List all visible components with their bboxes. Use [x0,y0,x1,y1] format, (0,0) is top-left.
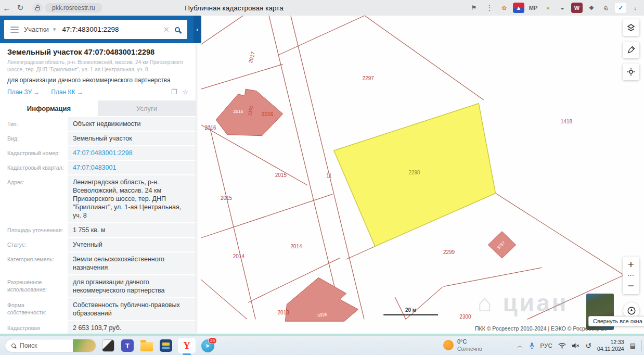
speaker-muted-icon[interactable] [572,343,579,349]
field-value[interactable]: 47:07:0483001 [68,161,196,174]
extension-pet-icon[interactable]: ♘ [600,3,612,13]
parcel-boundary [496,193,624,275]
center-map-button[interactable] [623,64,639,80]
taskbar-telegram[interactable]: ➤29 [200,338,215,353]
map-label: 11 [326,173,332,179]
field-label: Вид: [0,132,68,145]
taskbar-app-dark[interactable] [101,338,115,353]
favorite-star-icon[interactable]: ☆ [182,88,188,96]
field-row: Площадь уточненная:1 755 кв. м [0,223,196,237]
field-label: Адрес: [0,175,68,222]
reload-button[interactable]: ↻ [14,3,27,12]
layers-icon [626,23,636,32]
browser-menu-icon[interactable]: ⋮ [483,3,496,12]
taskbar: Поиск T Y ➤29 0°C Солнечно ︿ РУС ↺ 12:33… [0,336,644,355]
tab-1[interactable]: Услуги [98,100,196,116]
field-label: Форма собственности: [0,298,68,320]
bookmark-icon[interactable]: ⚑ [467,4,481,11]
field-row: Кадастровая стоимость:2 653 103,7 руб. [0,321,196,334]
language-indicator[interactable]: РУС [540,343,553,349]
field-value: Собственность публично-правовых образова… [68,298,196,320]
url-chip[interactable]: pkk.rosreestr.ru [45,3,102,12]
taskbar-yandex-browser[interactable]: Y [178,338,196,353]
search-input[interactable]: 47:7:483001:2298 [62,26,158,33]
sync-icon[interactable]: ↺ [585,341,591,350]
extensions-puzzle-icon[interactable]: ❖ [586,3,597,13]
parcel-title: Земельный участок 47:07:0483001:2298 [7,48,188,56]
usage-note: для организации дачного некоммерческого … [7,77,188,84]
clock: 12:33 04.11.2024 [597,339,624,352]
menu-hamburger-icon[interactable] [10,25,19,34]
field-row: Кадастровый номер:47:07:0483001:2298 [0,146,196,160]
field-label: Кадастровый номер: [0,146,68,160]
taskbar-teams[interactable]: T [120,338,135,353]
extension-green-icon[interactable]: » [542,3,553,13]
measure-button[interactable] [623,42,639,58]
extension-doc-check-icon[interactable]: ✓ [615,3,626,13]
clear-search-icon[interactable]: ✕ [163,25,170,34]
field-rows: Тип:Объект недвижимостиВид:Земельный уча… [0,116,196,334]
field-row: Статус:Учтенный [0,238,196,251]
taskbar-portfolio[interactable] [159,338,173,353]
map-label: 2013 [278,310,290,315]
tab-0[interactable]: Информация [0,100,98,116]
parcel-boundary [395,297,406,319]
extension-mp-icon[interactable]: MP [527,3,539,13]
plan-links: План ЗУ →План КК →❐☆ [7,88,188,96]
field-label: Разрешенное использование: [0,275,68,297]
extension-w-icon[interactable]: W [571,3,583,13]
search-category-dropdown[interactable]: Участки [24,26,49,33]
tray-time[interactable]: 12:33 [597,339,624,346]
field-value: Земли сельскохозяйственного назначения [68,252,196,274]
plan-link-1[interactable]: План КК → [51,88,83,96]
extension-bowl-icon[interactable]: ◒ [557,3,568,13]
field-value[interactable]: 47:07:0483001:2298 [68,146,196,160]
map-label: 1418 [561,119,573,124]
field-label: Кадастровый квартал: [0,161,68,174]
minimize-windows-tooltip: Свернуть все окна [588,316,644,326]
browser-toolbar: ← ↻ pkk.rosreestr.ru Публичная кадастров… [0,0,644,16]
search-button[interactable] [175,27,180,32]
chevron-down-icon[interactable]: ▼ [52,27,57,32]
field-row: Категория земель:Земли сельскохозяйствен… [0,252,196,274]
parcel-address-subtitle: Ленинградская область, р-н. Всеволожский… [7,59,188,73]
taskbar-explorer[interactable] [139,338,154,353]
field-label: Кадастровая стоимость: [0,321,68,334]
header-icons: ❐☆ [171,88,188,96]
map-label: 2300 [459,314,471,320]
notification-center-icon[interactable]: ▤ [630,342,636,349]
extension-avatar-icon[interactable]: ✿ [498,3,510,13]
extension-shield-icon[interactable]: ▲ [513,3,524,13]
zoom-out-button[interactable]: − [623,280,639,294]
map-label: 2298 [408,170,420,175]
wifi-icon[interactable] [558,343,566,349]
parcel-boundary [444,268,542,286]
zoom-in-button[interactable]: + [623,257,639,271]
weather-condition: Солнечно [457,346,482,352]
back-button[interactable]: ← [0,4,14,12]
taskbar-search[interactable]: Поиск [5,339,96,352]
notification-badge: 29 [208,337,217,344]
microphone-icon[interactable] [529,342,535,349]
map-label: 2516 [233,109,243,114]
weather-widget[interactable]: 0°C Солнечно [443,338,482,352]
tray-date[interactable]: 04.11.2024 [597,346,624,352]
preview-icon[interactable]: ❐ [171,88,177,96]
map-label: 2297 [363,75,375,81]
layers-button[interactable] [623,19,639,36]
field-label: Площадь уточненная: [0,223,68,237]
search-field[interactable]: Участки ▼ 47:7:483001:2298 ✕ [4,20,187,39]
parcel-info-panel: Земельный участок 47:07:0483001:2298 Лен… [0,43,196,334]
zoom-levels-button[interactable]: ⋯ [623,271,639,280]
field-row: Разрешенное использование:для организаци… [0,275,196,297]
collapse-panel-button[interactable]: ‹ [194,16,201,43]
tray-expand-chevron[interactable]: ︿ [517,341,523,350]
plan-link-0[interactable]: План ЗУ → [7,88,40,96]
watermark: ⌂ циан [478,289,569,317]
field-row: Кадастровый квартал:47:07:0483001 [0,161,196,174]
download-icon[interactable]: ↓ [629,3,641,13]
extension-icons: ✿▲MP»◒W❖♘✓↓ [498,3,641,13]
page-title: Публичная кадастровая карта [130,4,338,12]
show-desktop-edge[interactable] [641,340,642,351]
parcel-boundary [279,16,365,55]
